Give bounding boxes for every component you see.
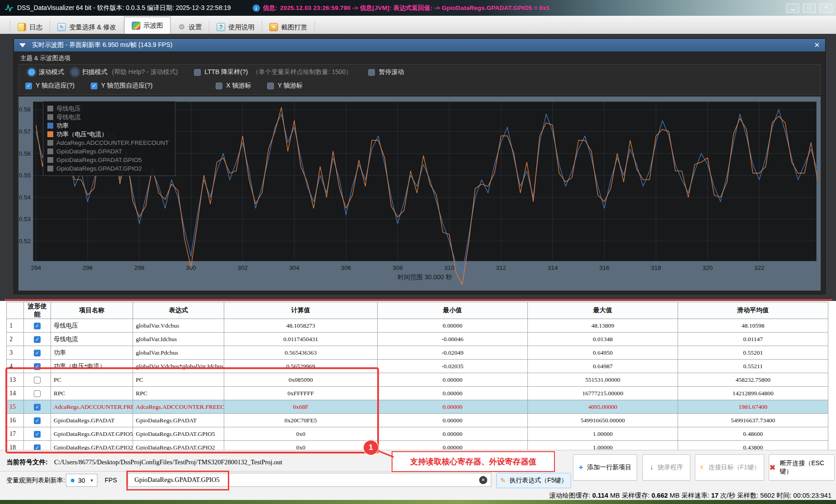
tab-label: 示波图	[143, 21, 163, 30]
sliding-average-cell: 14212899.64800	[678, 387, 828, 400]
legend-label: GpioDataRegs.GPADAT.GPIO5	[56, 157, 142, 163]
waveform-enable-cell	[24, 346, 51, 360]
checkbox-checked-icon	[91, 83, 97, 89]
info-icon: i	[253, 5, 260, 12]
expression-cell: globalVar.Vdcbus	[133, 319, 224, 333]
sliding-average-cell: 1981.67400	[678, 400, 828, 414]
legend-item[interactable]: GpioDataRegs.GPADAT.GPIO2	[47, 165, 169, 172]
max-value-cell: 0.01348	[528, 333, 678, 346]
table-header-cell: 波形使能	[24, 302, 51, 319]
x-tick-label: 304	[289, 264, 300, 271]
lttb-checkbox[interactable]: LTTB 降采样(?)	[194, 68, 248, 76]
legend-item[interactable]: 功率	[47, 122, 169, 129]
checkbox-unchecked-icon	[216, 83, 222, 89]
table-header-cell: 最小值	[378, 302, 528, 319]
scope-chart[interactable]: 0.580.570.560.550.540.530.52294296298300…	[18, 97, 821, 291]
disconnect-button[interactable]: ✖ 断开连接（ESC键）	[769, 454, 835, 481]
legend-item[interactable]: 功率（电压*电流）	[47, 130, 169, 138]
status-segment: 滚动绘图缓存:	[550, 492, 592, 499]
tab-label: 变量选择 & 修改	[69, 23, 116, 32]
computed-value-cell: 0.0117450431	[224, 333, 378, 346]
sliding-average-cell: 48.10598	[678, 319, 828, 333]
fps-dropdown[interactable]: 30 ▼	[66, 474, 97, 487]
lightning-icon: ⚡	[699, 463, 704, 472]
sweep-mode-radio[interactable]: 扫描模式	[69, 68, 107, 76]
checkbox-unchecked-icon	[368, 69, 375, 76]
sliding-average-cell: 0.01147	[678, 333, 828, 346]
tab-log[interactable]: 日志	[10, 20, 50, 34]
tab-donate[interactable]: ★截图打赏	[262, 20, 315, 34]
x-tick-label: 306	[341, 264, 351, 271]
legend-item[interactable]: GpioDataRegs.GPADAT.GPIO5	[47, 156, 169, 164]
y-tick-label: 0.58	[19, 106, 31, 113]
execute-expression-button[interactable]: ✎ 执行表达式（F5键）	[496, 473, 571, 488]
sliding-average-cell: 0.48600	[678, 427, 828, 441]
panel-close-icon[interactable]: ✕	[814, 41, 820, 49]
help-book-icon: ?	[217, 23, 225, 31]
legend-label: 母线电流	[56, 113, 81, 121]
close-button[interactable]: ✕	[820, 4, 832, 13]
expression-cell: globalVar.Idcbus	[133, 333, 224, 346]
y-auto-label: Y 轴自适应(?)	[36, 82, 74, 90]
connect-target-button[interactable]: ⚡ 连接目标（F1键）	[695, 454, 764, 481]
legend-label: GpioDataRegs.GPADAT.GPIO2	[56, 165, 142, 172]
collapse-triangle-icon[interactable]	[19, 43, 26, 47]
symbol-file-label: 当前符号文件:	[6, 458, 48, 466]
annotation-badge: 1	[364, 440, 378, 455]
table-header-cell: 表达式	[133, 302, 224, 319]
legend-item[interactable]: GpioDataRegs.GPADAT	[47, 148, 169, 155]
tab-settings[interactable]: ⚙设置	[171, 20, 209, 34]
gear-icon: ⚙	[178, 23, 185, 31]
legend-label: GpioDataRegs.GPADAT	[56, 148, 122, 155]
execute-expression-label: 执行表达式（F5键）	[509, 476, 567, 485]
annotation-callout: 支持读取核心寄存器、外设寄存器值	[392, 451, 555, 472]
checkbox-checked-icon	[25, 83, 32, 89]
pause-scroll-checkbox[interactable]: 暂停滚动	[368, 68, 404, 76]
radio-off-icon	[71, 69, 79, 76]
sliding-average-cell: 458232.75800	[678, 373, 828, 387]
tab-manual[interactable]: ?使用说明	[209, 20, 262, 34]
min-value-cell: 0.00000	[378, 387, 528, 400]
chevron-down-icon: ▼	[90, 478, 94, 483]
roll-mode-radio[interactable]: 滚动模式	[25, 68, 64, 76]
x-tick-label: 314	[548, 264, 558, 271]
computed-value-cell: 0.565436363	[224, 346, 378, 360]
y-cursor-checkbox[interactable]: Y 轴游标	[267, 82, 302, 90]
table-row[interactable]: 1母线电压globalVar.Vdcbus48.10582730.0000048…	[7, 319, 828, 333]
chart-legend[interactable]: 母线电压母线电流功率功率（电压*电流）AdcaRegs.ADCCOUNTER.F…	[43, 101, 176, 176]
maximize-button[interactable]: ▢	[803, 4, 816, 13]
checkbox-checked-icon[interactable]	[34, 350, 41, 356]
y-auto-checkbox[interactable]: Y 轴自适应(?)	[25, 82, 74, 90]
minimize-button[interactable]: ▁	[786, 4, 799, 13]
clear-input-icon[interactable]: ✕	[479, 476, 487, 484]
x-cursor-checkbox[interactable]: X 轴游标	[216, 82, 251, 90]
legend-swatch-icon	[47, 140, 53, 146]
expression-cell: globalVar.Pdcbus	[133, 346, 224, 360]
scope-panel-title: 实时示波图 - 界面刷新率 6.950 ms/帧 (143.9 FPS)	[32, 41, 172, 49]
waveform-enable-cell	[24, 319, 51, 333]
min-value-cell: 0.00000	[378, 427, 528, 441]
flash-program-button[interactable]: ↓ 烧录程序	[642, 454, 690, 481]
disconnect-label: 断开连接（ESC键）	[780, 459, 834, 476]
checkbox-checked-icon[interactable]	[34, 323, 41, 329]
y-cursor-label: Y 轴游标	[277, 82, 302, 90]
add-row-button[interactable]: + 添加一行新项目	[573, 454, 637, 481]
table-row[interactable]: 3功率globalVar.Pdcbus0.565436363-0.020490.…	[7, 346, 828, 360]
tab-label: 设置	[189, 23, 202, 32]
status-segment: MB 采样速率:	[668, 492, 711, 499]
roll-mode-label: 滚动模式	[39, 68, 64, 76]
y-range-auto-checkbox[interactable]: Y 轴范围自适应(?)	[91, 82, 152, 90]
tab-scope[interactable]: 示波图	[124, 17, 171, 34]
legend-item[interactable]: AdcaRegs.ADCCOUNTER.FREECOUNT	[47, 139, 169, 147]
y-tick-label: 0.54	[19, 194, 31, 201]
legend-item[interactable]: 母线电流	[47, 113, 169, 121]
legend-item[interactable]: 母线电压	[47, 105, 169, 112]
checkbox-checked-icon[interactable]	[34, 336, 41, 343]
tab-variables[interactable]: ✎变量选择 & 修改	[50, 20, 124, 34]
y-tick-label: 0.56	[19, 150, 31, 157]
legend-label: 母线电压	[56, 105, 81, 113]
max-value-cell: 16777215.00000	[528, 387, 678, 400]
row-number-cell: 1	[7, 319, 24, 333]
table-row[interactable]: 2母线电流globalVar.Idcbus0.0117450431-0.0004…	[7, 333, 828, 346]
shield-star-icon: ★	[269, 23, 278, 31]
